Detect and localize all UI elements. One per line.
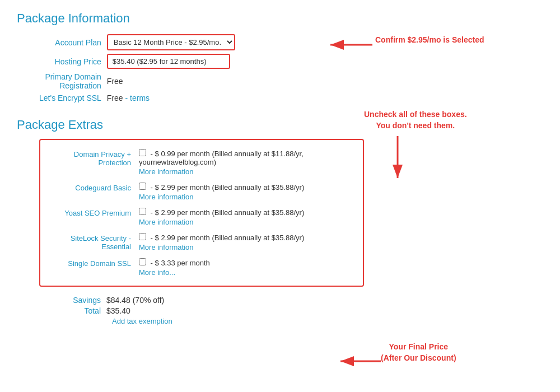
primary-domain-row: Primary DomainRegistration Free (39, 71, 235, 92)
savings-value: $84.48 (70% off) (106, 296, 164, 305)
info-table: Account Plan Basic 12 Month Price - $2.9… (39, 32, 235, 104)
single-ssl-more-info[interactable]: More info... (139, 268, 354, 277)
ssl-row: Let's Encrypt SSL Free - terms (39, 92, 235, 104)
extras-box: Domain Privacy +Protection - $ 0.99 per … (39, 139, 364, 287)
yoast-content: - $ 2.99 per month (Billed annually at $… (139, 208, 354, 226)
savings-row: Savings $84.48 (70% off) (39, 296, 543, 305)
yoast-checkbox[interactable] (139, 208, 146, 215)
total-value: $35.40 (106, 306, 130, 315)
final-price-arrow (336, 353, 386, 370)
extras-row-ssl: Single Domain SSL - $ 3.33 per month Mor… (49, 255, 354, 280)
uncheck-arrow (381, 133, 414, 184)
ssl-label: Let's Encrypt SSL (39, 92, 107, 104)
ssl-value: Free - terms (107, 92, 235, 104)
domain-privacy-content: - $ 0.99 per month (Billed annually at $… (139, 149, 354, 176)
codeguard-label: Codeguard Basic (49, 183, 139, 192)
yoast-label: Yoast SEO Premium (49, 208, 139, 217)
total-label: Total (39, 306, 106, 315)
extras-row-yoast: Yoast SEO Premium - $ 2.99 per month (Bi… (49, 204, 354, 230)
sitelock-checkbox[interactable] (139, 233, 146, 240)
domain-privacy-label: Domain Privacy +Protection (49, 149, 139, 167)
account-plan-row: Account Plan Basic 12 Month Price - $2.9… (39, 32, 235, 52)
single-ssl-content: - $ 3.33 per month More info... (139, 258, 354, 277)
extras-row-codeguard: Codeguard Basic - $ 2.99 per month (Bill… (49, 179, 354, 204)
uncheck-callout: Uncheck all of these boxes.You don't nee… (364, 109, 467, 131)
package-info-title: Package Information (17, 11, 543, 26)
domain-privacy-checkbox[interactable] (139, 149, 146, 156)
package-extras-section: Package Extras Domain Privacy +Protectio… (17, 118, 543, 287)
single-ssl-checkbox[interactable] (139, 258, 146, 265)
totals-section: Savings $84.48 (70% off) Total $35.40 Ad… (39, 296, 543, 325)
extras-row-sitelock: SiteLock Security -Essential - $ 2.99 pe… (49, 230, 354, 255)
account-plan-select[interactable]: Basic 12 Month Price - $2.95/mo. (107, 34, 235, 50)
savings-label: Savings (39, 296, 106, 305)
hosting-price-label: Hosting Price (39, 52, 107, 71)
yoast-more-info[interactable]: More information (139, 218, 354, 226)
codeguard-checkbox[interactable] (139, 183, 146, 190)
sitelock-content: - $ 2.99 per month (Billed annually at $… (139, 233, 354, 251)
account-plan-value: Basic 12 Month Price - $2.95/mo. (107, 32, 235, 52)
sitelock-more-info[interactable]: More information (139, 243, 354, 251)
confirm-arrow (325, 35, 375, 57)
tax-exemption-link[interactable]: Add tax exemption (112, 317, 543, 325)
sitelock-label: SiteLock Security -Essential (49, 233, 139, 251)
domain-privacy-more-info[interactable]: More information (139, 167, 354, 176)
hosting-price-row: Hosting Price $35.40 ($2.95 for 12 month… (39, 52, 235, 71)
package-info-section: Package Information Account Plan Basic 1… (17, 11, 543, 104)
extras-row-domain-privacy: Domain Privacy +Protection - $ 0.99 per … (49, 146, 354, 179)
primary-domain-label: Primary DomainRegistration (39, 71, 107, 92)
ssl-terms-link[interactable]: - terms (125, 94, 150, 102)
codeguard-content: - $ 2.99 per month (Billed annually at $… (139, 183, 354, 201)
confirm-callout: Confirm $2.95/mo is Selected (375, 35, 484, 46)
hosting-price-value: $35.40 ($2.95 for 12 months) (107, 52, 235, 71)
account-plan-label: Account Plan (39, 32, 107, 52)
final-price-callout: Your Final Price(After Our Discount) (381, 342, 456, 363)
primary-domain-value: Free (107, 71, 235, 92)
total-row: Total $35.40 (39, 306, 543, 315)
single-ssl-label: Single Domain SSL (49, 258, 139, 268)
hosting-price-box: $35.40 ($2.95 for 12 months) (107, 54, 230, 69)
codeguard-more-info[interactable]: More information (139, 193, 354, 201)
